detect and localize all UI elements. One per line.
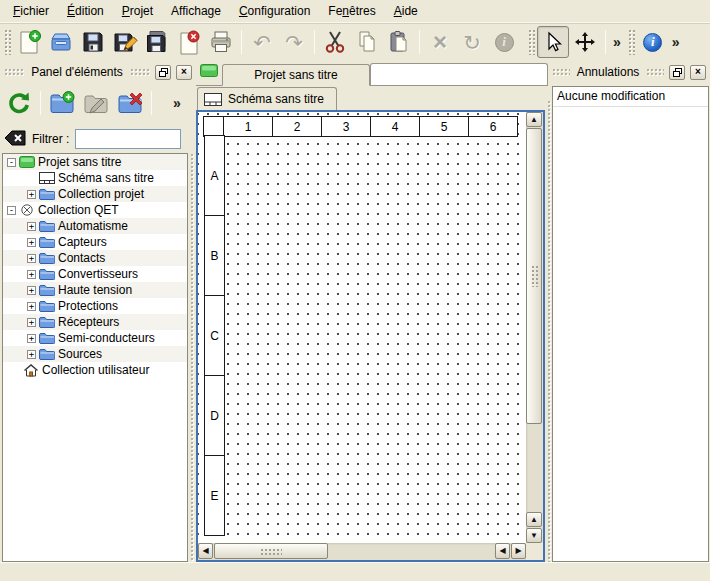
elements-tree: - Projet sans titre Schéma sans titre + …	[2, 153, 188, 562]
menu-affichage[interactable]: Affichage	[162, 1, 230, 21]
edit-category-button[interactable]	[79, 86, 113, 120]
dock-close-button[interactable]: ×	[690, 65, 706, 80]
undo-button[interactable]: ↶	[246, 26, 278, 58]
toolbar-handle[interactable]	[528, 29, 535, 55]
expand-icon[interactable]: +	[27, 254, 36, 263]
open-icon	[48, 29, 74, 55]
menu-configuration[interactable]: Configuration	[230, 1, 319, 21]
scroll-right-button[interactable]: ▶	[511, 543, 526, 559]
copy-button[interactable]	[351, 26, 383, 58]
horizontal-scrollbar[interactable]: ◀ ◀ ▶	[198, 543, 526, 560]
tree-item-contacts[interactable]: + Contacts	[3, 250, 187, 266]
project-icon	[200, 64, 218, 80]
expand-icon[interactable]: +	[27, 350, 36, 359]
filter-input[interactable]	[75, 129, 181, 149]
delete-category-button[interactable]	[113, 86, 147, 120]
expand-icon[interactable]: +	[27, 270, 36, 279]
tree-item-collection-qet[interactable]: - Collection QET	[3, 202, 187, 218]
horizontal-scroll-thumb[interactable]	[214, 543, 328, 559]
expand-icon[interactable]: +	[27, 334, 36, 343]
close-file-button[interactable]	[173, 26, 205, 58]
toolbar-overflow-button[interactable]: »	[669, 34, 683, 50]
tree-item-semi-conducteurs[interactable]: + Semi-conducteurs	[3, 330, 187, 346]
undo-panel-titlebar[interactable]: Annulations ×	[552, 64, 706, 80]
print-button[interactable]	[205, 26, 237, 58]
about-qet-button[interactable]: i	[637, 26, 669, 58]
expand-icon[interactable]: +	[27, 190, 36, 199]
tree-item-recepteurs[interactable]: + Récepteurs	[3, 314, 187, 330]
toolbar-overflow-button[interactable]: »	[610, 34, 624, 50]
dock-close-button[interactable]: ×	[176, 65, 192, 80]
undo-history-list: Aucune modification	[552, 86, 709, 562]
menu-edition[interactable]: Édition	[58, 1, 113, 21]
vertical-scrollbar[interactable]: ▲ ▲ ▼	[526, 112, 543, 543]
rotate-icon: ↻	[463, 32, 481, 53]
expand-icon[interactable]: +	[27, 302, 36, 311]
elements-panel-titlebar[interactable]: Panel d'éléments ×	[4, 64, 192, 80]
scroll-down-button[interactable]: ▼	[526, 528, 542, 543]
rotate-button[interactable]: ↻	[456, 26, 488, 58]
toolbar-handle[interactable]	[4, 29, 11, 55]
dock-float-button[interactable]	[669, 65, 685, 80]
copy-icon	[354, 29, 380, 55]
toolbar-handle[interactable]	[628, 29, 635, 55]
vertical-scroll-thumb[interactable]	[526, 128, 542, 424]
dock-float-button[interactable]	[155, 65, 171, 80]
folder-icon	[39, 332, 55, 344]
scroll-left-button-2[interactable]: ◀	[495, 543, 510, 559]
delete-button[interactable]: ×	[424, 26, 456, 58]
menu-aide[interactable]: Aide	[385, 1, 427, 21]
pan-mode-button[interactable]	[569, 26, 601, 58]
tab-schema-sans-titre[interactable]: Schéma sans titre	[197, 87, 337, 110]
tree-item-haute-tension[interactable]: + Haute tension	[3, 282, 187, 298]
tree-item-collection-utilisateur[interactable]: Collection utilisateur	[3, 362, 187, 378]
scroll-up-button[interactable]: ▲	[526, 112, 542, 127]
expand-icon[interactable]: +	[27, 318, 36, 327]
open-project-button[interactable]	[45, 26, 77, 58]
reload-collections-button[interactable]	[2, 86, 36, 120]
scroll-up-button-2[interactable]: ▲	[526, 512, 542, 527]
save-all-button[interactable]	[141, 26, 173, 58]
row-header: D	[204, 375, 225, 456]
about-element-button[interactable]: i	[488, 26, 520, 58]
new-document-icon	[16, 29, 42, 55]
schema-icon	[204, 93, 222, 106]
new-category-button[interactable]	[45, 86, 79, 120]
clear-filter-button[interactable]	[4, 130, 26, 149]
tree-item-convertisseurs[interactable]: + Convertisseurs	[3, 266, 187, 282]
selection-mode-button[interactable]	[537, 26, 569, 58]
cut-button[interactable]	[319, 26, 351, 58]
tree-item-schema-sans-titre[interactable]: Schéma sans titre	[3, 170, 187, 186]
tree-item-sources[interactable]: + Sources	[3, 346, 187, 362]
menu-projet[interactable]: Projet	[113, 1, 162, 21]
tree-item-protections[interactable]: + Protections	[3, 298, 187, 314]
panel-toolbar-overflow-button[interactable]: »	[170, 95, 184, 111]
refresh-icon	[5, 89, 33, 117]
undo-list-item[interactable]: Aucune modification	[553, 87, 708, 107]
save-as-button[interactable]	[109, 26, 141, 58]
delete-icon: ×	[433, 30, 447, 54]
expand-icon[interactable]: +	[27, 222, 36, 231]
tree-item-automatisme[interactable]: + Automatisme	[3, 218, 187, 234]
expand-icon[interactable]: +	[27, 286, 36, 295]
menu-fenetres[interactable]: Fenêtres	[319, 1, 384, 21]
redo-button[interactable]: ↷	[278, 26, 310, 58]
paste-button[interactable]	[383, 26, 415, 58]
tab-label: Projet sans titre	[254, 68, 337, 82]
new-project-button[interactable]	[13, 26, 45, 58]
print-icon	[208, 29, 234, 55]
save-button[interactable]	[77, 26, 109, 58]
folder-icon	[39, 236, 55, 248]
menu-fichier[interactable]: Fichier	[4, 1, 58, 21]
scroll-left-button[interactable]: ◀	[198, 543, 213, 559]
tree-item-collection-projet[interactable]: + Collection projet	[3, 186, 187, 202]
schema-view: 1 2 3 4 5 6 A B C D E	[196, 110, 545, 562]
dock-splitter[interactable]	[190, 153, 195, 562]
collapse-icon[interactable]: -	[7, 206, 16, 215]
tree-item-projet-sans-titre[interactable]: - Projet sans titre	[3, 154, 187, 170]
collapse-icon[interactable]: -	[7, 158, 16, 167]
tree-item-capteurs[interactable]: + Capteurs	[3, 234, 187, 250]
schema-canvas[interactable]: 1 2 3 4 5 6 A B C D E	[198, 112, 526, 543]
expand-icon[interactable]: +	[27, 238, 36, 247]
tab-projet-sans-titre[interactable]: Projet sans titre	[222, 64, 370, 86]
